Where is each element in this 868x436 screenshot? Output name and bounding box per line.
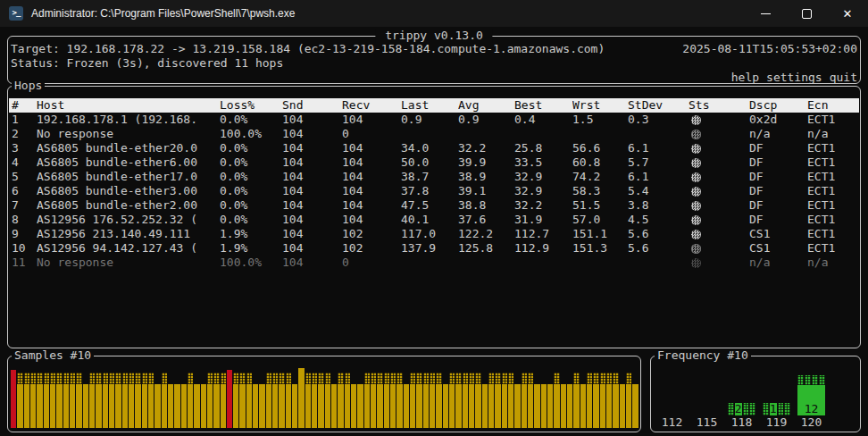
sample-bar (522, 373, 527, 428)
sample-bar (475, 373, 480, 428)
hop-stdev: 3.8 (628, 198, 689, 213)
hop-last: 47.5 (401, 198, 458, 213)
sample-bar (129, 373, 134, 428)
hops-panel: Hops # Host Loss% Snd Recv Last Avg Best… (7, 86, 861, 348)
hop-stdev: 4.5 (628, 213, 689, 227)
hop-snd: 104 (282, 127, 342, 141)
col-header-dscp: Dscp (749, 98, 807, 113)
bar-cap-cell (749, 403, 755, 415)
col-header-avg: Avg (458, 98, 514, 113)
table-row[interactable]: 4 AS6805 bundle-ether6.00 0.0% 104 104 5… (9, 155, 859, 170)
hop-wrst: 56.6 (572, 141, 628, 155)
hop-loss: 0.0% (220, 184, 282, 198)
hop-dscp: DF (749, 184, 807, 198)
frequency-bar: 2 (728, 403, 755, 415)
hop-avg (458, 256, 514, 270)
sample-bar (96, 373, 101, 428)
table-row[interactable]: 8 AS12956 176.52.252.32 ( 0.0% 104 104 4… (9, 213, 859, 227)
samples-panel-title: Samples #10 (12, 348, 94, 363)
hop-dscp: n/a (749, 127, 807, 141)
hop-wrst (572, 127, 628, 141)
hop-best (514, 256, 572, 270)
sample-bar-lost (11, 370, 16, 428)
frequency-bar: 1 (763, 403, 790, 415)
table-row[interactable]: 9 AS12956 213.140.49.111 1.9% 104 102 11… (9, 227, 859, 241)
status-dot-icon (691, 158, 701, 168)
sample-bar (351, 384, 356, 428)
hop-last: 37.8 (401, 184, 458, 198)
menu-item-quit[interactable]: quit (830, 71, 857, 84)
table-row[interactable]: 11 No response 100.0% 104 0 n/a n/a (9, 256, 859, 270)
sample-bar (292, 384, 297, 428)
bar-cap-cell (797, 375, 804, 385)
hop-wrst: 60.8 (572, 155, 628, 170)
hop-best: 25.8 (514, 141, 572, 155)
sample-bar (239, 373, 245, 428)
hop-avg (458, 127, 514, 141)
frequency-panel: Frequency #10 1121152118111912120 (650, 356, 861, 432)
minimize-icon (761, 13, 771, 14)
sample-bar (83, 384, 88, 428)
hop-avg: 37.6 (458, 213, 514, 227)
hop-host: AS12956 176.52.252.32 ( (37, 213, 220, 227)
table-row[interactable]: 2 No response 100.0% 104 0 n/a n/a (9, 127, 859, 141)
hop-dscp: DF (749, 198, 807, 213)
sample-bar (443, 384, 448, 428)
hop-snd: 104 (282, 141, 342, 155)
window-title: Administrator: C:\Program Files\PowerShe… (31, 7, 295, 20)
sample-bar (580, 384, 586, 428)
hops-panel-title: Hops (12, 79, 45, 93)
table-row[interactable]: 3 AS6805 bundle-ether20.0 0.0% 104 104 3… (9, 141, 859, 155)
hop-snd: 104 (282, 241, 342, 256)
hop-last (401, 256, 458, 270)
close-button[interactable]: ✕ (827, 0, 868, 27)
hop-wrst (572, 256, 628, 270)
col-header-last: Last (401, 98, 458, 113)
table-row[interactable]: 6 AS6805 bundle-ether3.00 0.0% 104 104 3… (9, 184, 859, 198)
hop-stdev: 5.6 (628, 227, 689, 241)
minimize-button[interactable] (745, 0, 786, 27)
table-row[interactable]: 1 192.168.178.1 (192.168. 0.0% 104 104 0… (9, 113, 859, 127)
hop-dscp: CS1 (749, 227, 807, 241)
sample-bar (286, 373, 291, 428)
hop-loss: 100.0% (220, 127, 282, 141)
sample-bar (148, 373, 154, 428)
hop-wrst: 74.2 (572, 170, 628, 184)
sample-bar (194, 384, 199, 428)
sample-bar (266, 373, 271, 428)
sample-bar (410, 373, 415, 428)
menu-item-help[interactable]: help (731, 71, 759, 84)
hop-avg: 38.9 (458, 170, 514, 184)
hop-avg: 125.8 (458, 241, 514, 256)
table-row[interactable]: 10 AS12956 94.142.127.43 ( 1.9% 104 102 … (9, 241, 859, 256)
frequency-x-label: 119 (763, 415, 790, 429)
sample-bar (201, 384, 206, 428)
status-dot-icon (691, 215, 701, 225)
menu-item-settings[interactable]: settings (766, 71, 822, 84)
bar-cap-cell (805, 375, 811, 385)
table-row[interactable]: 7 AS6805 bundle-ether2.00 0.0% 104 104 4… (9, 198, 859, 213)
status-panel: trippy v0.13.0 Target: 192.168.178.22 ->… (7, 36, 861, 84)
hop-snd: 104 (282, 170, 342, 184)
sample-bar (168, 384, 173, 428)
sample-bar (632, 384, 638, 428)
hop-avg: 39.9 (458, 155, 514, 170)
sample-bar (318, 373, 323, 428)
bar-cap-cell (743, 403, 749, 415)
bar-cap-cell (819, 375, 825, 385)
hop-recv: 0 (342, 256, 401, 270)
maximize-button[interactable] (786, 0, 827, 27)
hop-best (514, 127, 572, 141)
sample-bar (508, 373, 513, 428)
hop-recv: 104 (342, 213, 401, 227)
hop-ecn: ECT1 (807, 113, 859, 127)
table-row[interactable]: 5 AS6805 bundle-ether17.0 0.0% 104 104 3… (9, 170, 859, 184)
sample-bar (561, 384, 566, 428)
sample-bar (259, 384, 264, 428)
hop-recv: 104 (342, 170, 401, 184)
target-line: Target: 192.168.178.22 -> 13.219.158.184… (11, 42, 605, 56)
sample-bar (455, 373, 461, 428)
hop-loss: 0.0% (220, 198, 282, 213)
powershell-icon: >_ (9, 6, 23, 21)
col-header-ecn: Ecn (807, 98, 859, 113)
